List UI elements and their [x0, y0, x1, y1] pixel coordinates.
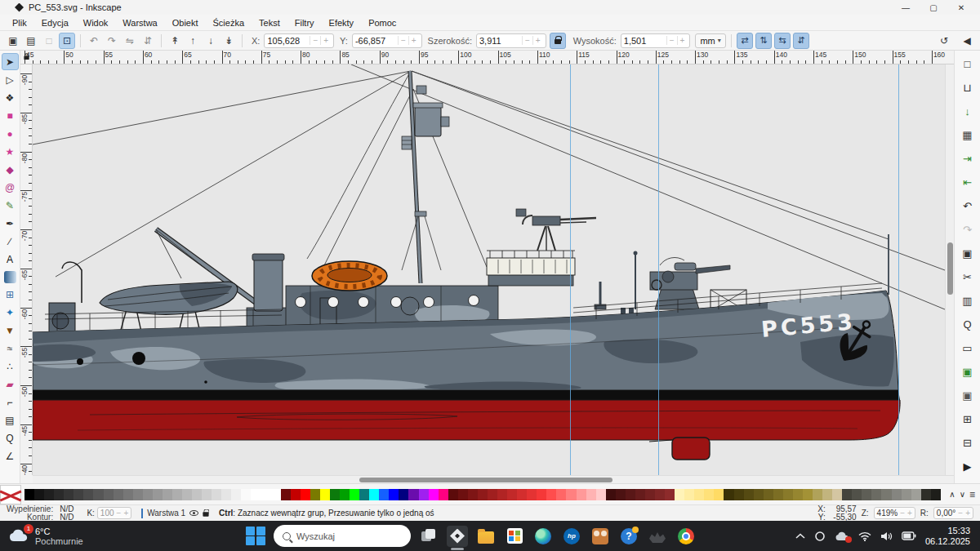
star-tool-icon[interactable]: ★: [2, 143, 19, 160]
horizontal-scrollbar-thumb[interactable]: [359, 478, 612, 482]
palette-swatch[interactable]: [517, 489, 527, 500]
duplicate-icon[interactable]: ▣: [958, 362, 978, 381]
palette-swatch[interactable]: [546, 489, 556, 500]
taskbar-search[interactable]: Wyszukaj: [274, 525, 411, 547]
palette-swatch[interactable]: [320, 489, 330, 500]
menu-item-widok[interactable]: Widok: [76, 16, 116, 29]
minimize-button[interactable]: —: [892, 0, 920, 15]
palette-swatch[interactable]: [34, 489, 44, 500]
bezier-pen-tool-icon[interactable]: ✒: [2, 215, 19, 232]
ship-life-raft[interactable]: [312, 261, 387, 291]
palette-swatch[interactable]: [83, 489, 93, 500]
palette-swatch[interactable]: [74, 489, 83, 500]
zoom-field[interactable]: 419% − +: [874, 507, 915, 519]
palette-swatch[interactable]: [54, 489, 64, 500]
opacity-value[interactable]: 100: [100, 509, 114, 518]
palette-swatch[interactable]: [714, 489, 724, 500]
palette-swatch[interactable]: [251, 489, 261, 500]
calligraphy-tool-icon[interactable]: ∕: [2, 233, 19, 250]
height-plus[interactable]: +: [677, 36, 688, 45]
taskbar-app-explorer[interactable]: [475, 526, 497, 547]
pages-tool-icon[interactable]: ▤: [2, 411, 19, 429]
node-editor-tool-icon[interactable]: ▷: [2, 71, 19, 88]
connector-tool-icon[interactable]: ⌐: [2, 393, 19, 411]
palette-swatch[interactable]: [507, 489, 517, 500]
palette-swatch[interactable]: [694, 489, 704, 500]
palette-swatch[interactable]: [842, 489, 852, 500]
new-document-icon[interactable]: □: [958, 54, 978, 73]
rectangle-tool-icon[interactable]: ■: [2, 107, 19, 124]
lower-bottom-icon[interactable]: ↡: [220, 33, 237, 49]
menu-item-pomoc[interactable]: Pomoc: [361, 16, 403, 29]
palette-swatch[interactable]: [921, 489, 931, 500]
y-plus[interactable]: +: [408, 36, 419, 45]
opacity-plus[interactable]: +: [123, 509, 128, 518]
palette-swatch[interactable]: [419, 489, 429, 500]
ship-keel-tab[interactable]: [672, 438, 710, 460]
redo-icon[interactable]: ↷: [958, 220, 978, 239]
shape-builder-tool-icon[interactable]: ❖: [2, 89, 19, 106]
tray-battery-icon[interactable]: [902, 531, 916, 540]
palette-swatch[interactable]: [271, 489, 281, 500]
palette-swatch[interactable]: [182, 489, 192, 500]
taskbar-weather-widget[interactable]: 1 6°C Pochmurnie: [0, 527, 245, 546]
undo-icon[interactable]: ↶: [958, 196, 978, 216]
mesh-gradient-tool-icon[interactable]: ⊞: [2, 286, 19, 303]
rotation-field[interactable]: 0,00° − +: [933, 507, 973, 519]
palette-swatch[interactable]: [635, 489, 645, 500]
menu-item-filtry[interactable]: Filtry: [287, 16, 322, 29]
palette-swatch[interactable]: [537, 489, 546, 500]
menu-item-obiekt[interactable]: Obiekt: [165, 16, 206, 29]
menu-item-tekst[interactable]: Tekst: [252, 16, 287, 29]
import-icon[interactable]: ⇥: [958, 149, 978, 168]
palette-swatch[interactable]: [704, 489, 714, 500]
palette-swatch[interactable]: [163, 489, 172, 500]
tray-onedrive-icon[interactable]: [835, 531, 849, 541]
collapse-toolbar-icon[interactable]: ◀: [959, 33, 975, 49]
palette-swatch[interactable]: [231, 489, 241, 500]
palette-swatch[interactable]: [616, 489, 626, 500]
palette-swatch[interactable]: [764, 489, 773, 500]
horizontal-scrollbar[interactable]: [33, 475, 954, 483]
menu-item-plik[interactable]: Plik: [5, 16, 34, 29]
measure-tool-icon[interactable]: ∠: [2, 447, 19, 464]
scale-stroke-icon[interactable]: ⇆: [774, 33, 791, 49]
zoom-minus[interactable]: −: [900, 509, 905, 518]
palette-swatch[interactable]: [675, 489, 684, 500]
palette-swatch[interactable]: [359, 489, 369, 500]
palette-swatch[interactable]: [527, 489, 537, 500]
print-icon[interactable]: ▦: [958, 125, 978, 144]
guide-line[interactable]: [898, 64, 899, 475]
taskbar-clock[interactable]: 15:33 06.12.2025: [925, 526, 970, 547]
paint-bucket-tool-icon[interactable]: ▼: [2, 322, 19, 339]
palette-swatch[interactable]: [724, 489, 733, 500]
x-minus[interactable]: −: [310, 36, 320, 45]
ellipse-tool-icon[interactable]: ●: [2, 125, 19, 142]
ship-drawing[interactable]: PC553: [33, 64, 945, 475]
palette-swatch[interactable]: [301, 489, 310, 500]
palette-swatch[interactable]: [488, 489, 497, 500]
vertical-scrollbar[interactable]: [945, 64, 954, 475]
eraser-tool-icon[interactable]: ▰: [2, 375, 19, 393]
rotation-minus[interactable]: −: [958, 509, 963, 518]
palette-swatch[interactable]: [793, 489, 803, 500]
rotation-plus[interactable]: +: [965, 509, 970, 518]
width-field[interactable]: 3,911 − +: [476, 33, 546, 48]
palette-swatch[interactable]: [744, 489, 754, 500]
tweak-tool-icon[interactable]: ≈: [2, 340, 19, 357]
guide-line[interactable]: [570, 64, 571, 475]
palette-swatch[interactable]: [133, 489, 143, 500]
dropper-tool-icon[interactable]: ✦: [2, 304, 19, 321]
raise-top-icon[interactable]: ↟: [167, 33, 183, 49]
height-value[interactable]: 1,501: [624, 36, 666, 46]
palette-swatch[interactable]: [153, 489, 163, 500]
deselect-icon[interactable]: □: [41, 33, 57, 49]
palette-menu-icon[interactable]: ≡: [969, 489, 975, 500]
vertical-scrollbar-thumb[interactable]: [947, 242, 953, 295]
palette-swatch[interactable]: [754, 489, 764, 500]
palette-swatch[interactable]: [645, 489, 655, 500]
guide-line[interactable]: [658, 64, 659, 475]
palette-swatch[interactable]: [172, 489, 182, 500]
palette-swatch[interactable]: [566, 489, 576, 500]
taskbar-app-game[interactable]: [647, 526, 668, 547]
